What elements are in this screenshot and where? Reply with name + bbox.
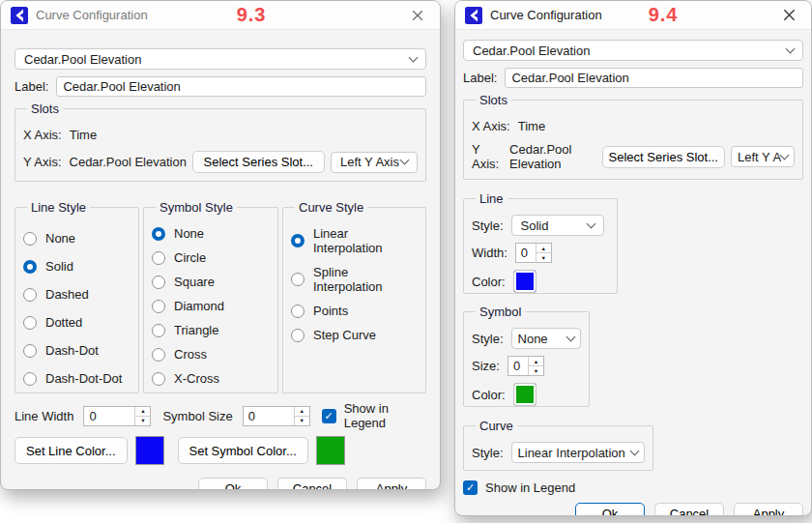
show-in-legend-checkbox[interactable]: ✓ (463, 480, 478, 495)
radio-label: Dashed (45, 287, 89, 302)
close-icon (412, 10, 423, 21)
ok-button[interactable]: Ok (198, 478, 268, 490)
line-style-group: Line Style None Solid Dashed (14, 200, 139, 393)
label-caption: Label: (14, 79, 48, 94)
symbol-style-combobox[interactable]: None (511, 328, 581, 349)
spin-down-icon[interactable]: ▼ (135, 417, 150, 425)
line-width-spinner[interactable]: 0 ▲▼ (515, 243, 552, 263)
radio-icon[interactable] (152, 324, 165, 337)
show-in-legend-checkbox[interactable]: ✓ (322, 409, 336, 423)
chevron-down-icon (409, 52, 419, 62)
line-color-swatch[interactable] (135, 436, 164, 465)
symbol-style-option-diamond[interactable]: Diamond (152, 299, 270, 313)
curve-style-option-linear[interactable]: Linear Interpolation (291, 226, 418, 255)
curve-style-option-step[interactable]: Step Curve (291, 328, 418, 342)
radio-icon[interactable] (23, 316, 37, 330)
spin-down-icon[interactable]: ▼ (536, 253, 551, 262)
symbol-color-swatch[interactable] (316, 436, 345, 465)
line-style-option-dash-dot[interactable]: Dash-Dot (23, 343, 130, 358)
radio-icon[interactable] (152, 348, 165, 362)
radio-icon[interactable] (23, 372, 37, 386)
y-axis-side-value: Left Y Axis (340, 155, 401, 169)
radio-icon[interactable] (152, 372, 165, 386)
line-style-option-dotted[interactable]: Dotted (23, 315, 130, 330)
spin-up-icon[interactable]: ▲ (529, 357, 543, 366)
x-axis-label: X Axis: (23, 128, 62, 142)
radio-icon[interactable] (23, 288, 37, 302)
radio-label: None (45, 231, 75, 246)
radio-label: Step Curve (313, 328, 376, 342)
line-color-swatch[interactable] (513, 270, 536, 293)
radio-icon[interactable] (291, 329, 304, 342)
set-line-color-button[interactable]: Set Line Color... (14, 437, 128, 464)
label-input[interactable] (56, 76, 426, 97)
chevron-down-icon (629, 446, 639, 455)
radio-icon-selected[interactable] (291, 234, 304, 247)
symbol-style-option-none[interactable]: None (152, 226, 270, 241)
close-button[interactable] (405, 4, 430, 27)
line-style-option-dashed[interactable]: Dashed (23, 287, 130, 302)
line-style-option-none[interactable]: None (23, 231, 130, 246)
radio-icon[interactable] (23, 232, 37, 246)
radio-icon[interactable] (152, 300, 165, 313)
spin-up-icon[interactable]: ▲ (536, 244, 551, 253)
titlebar[interactable]: Curve Configuration 9.4 (455, 1, 811, 30)
titlebar[interactable]: Curve Configuration 9.3 (1, 1, 440, 30)
spin-down-icon[interactable]: ▼ (529, 366, 543, 375)
line-style-combobox[interactable]: Solid (511, 215, 604, 236)
line-width-spinner[interactable]: 0 ▲▼ (83, 406, 151, 426)
cancel-button[interactable]: Cancel (654, 503, 724, 516)
symbol-style-option-triangle[interactable]: Triangle (152, 323, 270, 337)
y-axis-side-combobox[interactable]: Left Y A: (731, 146, 795, 167)
symbol-size-spinner[interactable]: 0 ▲▼ (243, 406, 310, 426)
curve-style-value: Linear Interpolation (518, 446, 631, 460)
cancel-button[interactable]: Cancel (277, 478, 347, 490)
figure-number-label: 9.3 (237, 4, 267, 26)
apply-button[interactable]: Apply (357, 478, 426, 490)
radio-icon[interactable] (291, 305, 304, 318)
y-axis-label: Y Axis: (23, 155, 62, 169)
spin-down-icon[interactable]: ▼ (295, 417, 309, 425)
radio-icon[interactable] (23, 344, 37, 358)
line-color-label: Color: (472, 275, 506, 289)
label-input[interactable] (505, 68, 803, 88)
symbol-color-swatch[interactable] (513, 383, 536, 406)
desktop: Curve Configuration 9.3 Cedar.Pool Eleva… (0, 0, 812, 523)
symbol-style-label: Style: (472, 332, 504, 346)
select-series-slot-button[interactable]: Select Series Slot... (602, 146, 725, 168)
slot-selector-combobox[interactable]: Cedar.Pool Elevation (463, 40, 803, 61)
y-axis-side-combobox[interactable]: Left Y Axis (331, 152, 418, 173)
curve-style-group: Curve Style Linear Interpolation Spline … (282, 200, 426, 393)
spin-up-icon[interactable]: ▲ (135, 407, 150, 417)
curve-style-option-spline[interactable]: Spline Interpolation (291, 265, 418, 294)
line-style-option-solid[interactable]: Solid (23, 259, 130, 274)
set-symbol-color-button[interactable]: Set Symbol Color... (178, 437, 308, 464)
symbol-style-option-cross[interactable]: Cross (152, 347, 270, 362)
curve-style-option-points[interactable]: Points (291, 304, 418, 318)
symbol-style-option-x-cross[interactable]: X-Cross (152, 371, 270, 386)
x-axis-value: Time (70, 128, 97, 142)
select-series-slot-button[interactable]: Select Series Slot... (192, 151, 325, 173)
slots-group: Slots X Axis: Time Y Axis: Cedar.Pool El… (463, 93, 803, 180)
close-button[interactable] (776, 4, 801, 27)
radio-label: Diamond (174, 299, 224, 313)
radio-label: Linear Interpolation (313, 226, 418, 255)
slot-selector-combobox[interactable]: Cedar.Pool Elevation (14, 48, 426, 70)
radio-icon[interactable] (152, 276, 165, 289)
radio-icon-selected[interactable] (23, 260, 37, 274)
curve-style-combobox[interactable]: Linear Interpolation (511, 442, 645, 463)
apply-button[interactable]: Apply (734, 503, 803, 516)
symbol-style-option-square[interactable]: Square (152, 275, 270, 289)
ok-button[interactable]: Ok (575, 503, 645, 516)
radio-label: Cross (174, 347, 207, 362)
symbol-size-spinner[interactable]: 0 ▲▼ (508, 356, 544, 376)
radio-icon-selected[interactable] (152, 227, 165, 241)
symbol-group-title: Symbol (476, 305, 525, 319)
radio-label: X-Cross (174, 371, 219, 386)
line-style-option-dash-dot-dot[interactable]: Dash-Dot-Dot (23, 371, 130, 386)
radio-icon[interactable] (291, 273, 304, 286)
chevron-down-icon (586, 218, 595, 228)
symbol-style-option-circle[interactable]: Circle (152, 250, 270, 265)
radio-icon[interactable] (152, 251, 165, 265)
spin-up-icon[interactable]: ▲ (295, 407, 309, 417)
